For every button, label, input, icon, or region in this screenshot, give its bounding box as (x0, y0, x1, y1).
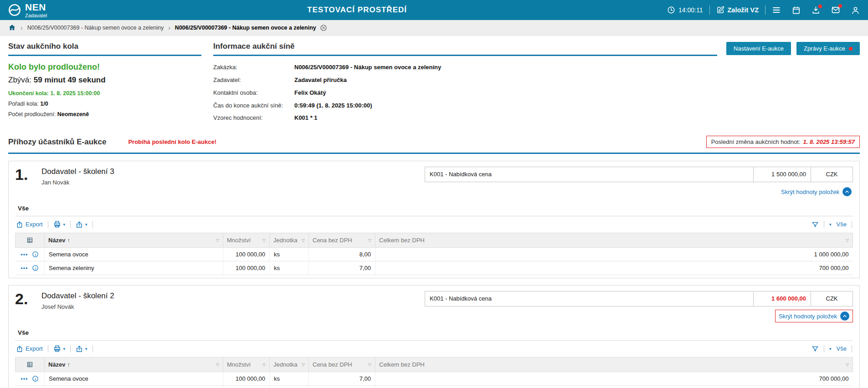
column-header-selector[interactable] (15, 233, 45, 248)
item-name: Semena ovoce (45, 248, 223, 261)
column-header-selector[interactable] (15, 357, 45, 372)
view-all-link[interactable]: Vše (837, 345, 847, 352)
row-actions-icon[interactable] (21, 267, 28, 270)
column-header-name[interactable]: Název↑ ▽ (45, 357, 223, 372)
grid-icon (15, 237, 44, 244)
create-vz-button[interactable]: Založit VZ (716, 6, 759, 14)
info-row: Zakázka: N006/25/V00007369 - Nákup semen… (213, 63, 860, 72)
topbar-divider (765, 5, 765, 15)
bid-value: 1 500 000,00 (753, 167, 811, 182)
item-qty: 100 000,00 (223, 372, 270, 386)
column-filter-icon[interactable]: ▽ (262, 238, 266, 243)
info-icon[interactable] (32, 265, 39, 271)
table-toolbar: Export ▾ ▾ (15, 216, 853, 232)
row-actions-icon[interactable] (21, 253, 28, 256)
item-total: 900 000,00 (375, 386, 853, 388)
column-header-price[interactable]: Cena bez DPH ▽ (309, 357, 375, 372)
column-header-unit[interactable]: Jednotka ▽ (270, 357, 309, 372)
sort-asc-icon[interactable]: ↑ (67, 362, 70, 368)
info-value: Zadavatel příručka (294, 76, 347, 85)
column-filter-icon[interactable]: ▽ (216, 362, 219, 367)
column-header-name[interactable]: Název↑ ▽ (45, 233, 223, 248)
hide-item-values-link[interactable]: Skrýt hodnoty položek (780, 185, 853, 198)
info-label: Zakázka: (213, 63, 294, 72)
column-filter-icon[interactable]: ▽ (302, 362, 305, 367)
item-total: 700 000,00 (375, 372, 853, 386)
messages-icon[interactable] (831, 5, 840, 15)
print-button[interactable]: ▾ (53, 220, 66, 228)
info-value: K001 * 1 (294, 114, 318, 123)
nen-logo-icon (8, 4, 21, 16)
column-filter-icon[interactable]: ▽ (216, 238, 219, 243)
info-icon[interactable] (32, 251, 39, 258)
breadcrumb-chevron-icon: › (21, 24, 23, 31)
item-qty: 100 000,00 (223, 386, 270, 388)
tab-bar: Vše (15, 326, 853, 341)
eauction-messages-button[interactable]: Zprávy E-aukce (796, 42, 860, 55)
nen-logo[interactable]: NEN Zadavatel (8, 2, 47, 18)
participant-rank: 2. (15, 291, 41, 322)
tab-all[interactable]: Vše (15, 202, 31, 216)
downloads-icon[interactable] (812, 6, 820, 15)
chevron-down-icon[interactable]: ▾ (63, 222, 66, 227)
view-all-link[interactable]: Vše (837, 221, 847, 228)
column-header-price[interactable]: Cena bez DPH ▽ (309, 233, 375, 248)
home-icon[interactable] (8, 24, 16, 31)
bid-summary: K001 - Nabídková cena 1 600 000,00 CZK (425, 291, 853, 306)
column-label: Celkem bez DPH (379, 237, 425, 244)
export-button[interactable]: Export (16, 221, 43, 228)
chevron-down-icon[interactable]: ▾ (85, 347, 87, 351)
share-button[interactable]: ▾ (76, 221, 87, 228)
chevron-down-icon[interactable]: ▾ (85, 222, 87, 227)
last-change-label: Poslední změna aukčních hodnot: (711, 138, 801, 145)
info-icon[interactable] (32, 375, 39, 382)
column-filter-icon[interactable]: ▽ (846, 362, 849, 367)
breadcrumb-item-active[interactable]: N006/25/V00007369 - Nákup semen ovoce a … (175, 24, 327, 31)
column-filter-icon[interactable]: ▽ (302, 238, 305, 243)
tab-all[interactable]: Vše (15, 326, 31, 340)
toolbar-divider (852, 345, 852, 352)
share-button[interactable]: ▾ (76, 345, 87, 352)
item-price: 7,00 (309, 261, 375, 275)
row-actions-icon[interactable] (21, 378, 28, 380)
item-unit: ks (270, 372, 309, 386)
table-row: Semena zeleniny 100 000,00 ks 7,00 700 0… (15, 261, 853, 275)
item-qty: 100 000,00 (223, 261, 270, 275)
calendar-icon[interactable] (792, 6, 801, 15)
chevron-down-icon[interactable]: ▾ (829, 347, 832, 351)
sort-asc-icon[interactable]: ↑ (67, 237, 70, 244)
toolbar-divider (48, 345, 48, 352)
status-panel-title: Stav aukčního kola (8, 42, 201, 56)
round-extended-message: Kolo bylo prodlouženo! (8, 62, 201, 72)
column-header-qty[interactable]: Množství ▽ (223, 233, 270, 248)
items-table: Název↑ ▽ Množství ▽ Jednotka ▽ (15, 233, 853, 275)
column-header-qty[interactable]: Množství ▽ (223, 357, 270, 372)
column-header-total[interactable]: Celkem bez DPH ▽ (375, 233, 853, 248)
print-button[interactable]: ▾ (53, 345, 66, 352)
extensions-label: Počet prodloužení: (8, 111, 56, 117)
chevron-down-icon[interactable]: ▾ (63, 347, 66, 351)
user-icon[interactable] (851, 6, 860, 15)
hamburger-menu-icon[interactable] (772, 5, 781, 15)
items-table: Název↑ ▽ Množství ▽ Jednotka ▽ (15, 357, 853, 388)
column-header-unit[interactable]: Jednotka ▽ (270, 233, 309, 248)
filter-button[interactable] (812, 345, 819, 352)
column-header-total[interactable]: Celkem bez DPH ▽ (375, 357, 853, 372)
eauction-settings-button[interactable]: Nastavení E-aukce (726, 42, 791, 55)
grid-icon (15, 361, 44, 368)
column-filter-icon[interactable]: ▽ (368, 238, 371, 243)
breadcrumb-item[interactable]: N006/25/V00007369 - Nákup semen ovoce a … (27, 25, 164, 31)
close-icon[interactable] (320, 24, 327, 31)
hide-item-values-link[interactable]: Skrýt hodnoty položek (775, 310, 853, 322)
column-filter-icon[interactable]: ▽ (368, 362, 371, 367)
toolbar-divider (70, 345, 71, 352)
create-vz-label: Založit VZ (728, 6, 759, 14)
export-button[interactable]: Export (16, 345, 43, 352)
last-change-value: 1. 8. 2025 13:59:57 (803, 138, 855, 145)
chevron-up-icon (842, 187, 852, 196)
column-filter-icon[interactable]: ▽ (846, 238, 849, 243)
column-label: Název (48, 361, 66, 368)
filter-button[interactable] (812, 221, 819, 228)
chevron-down-icon[interactable]: ▾ (829, 222, 832, 227)
column-filter-icon[interactable]: ▽ (262, 362, 266, 367)
